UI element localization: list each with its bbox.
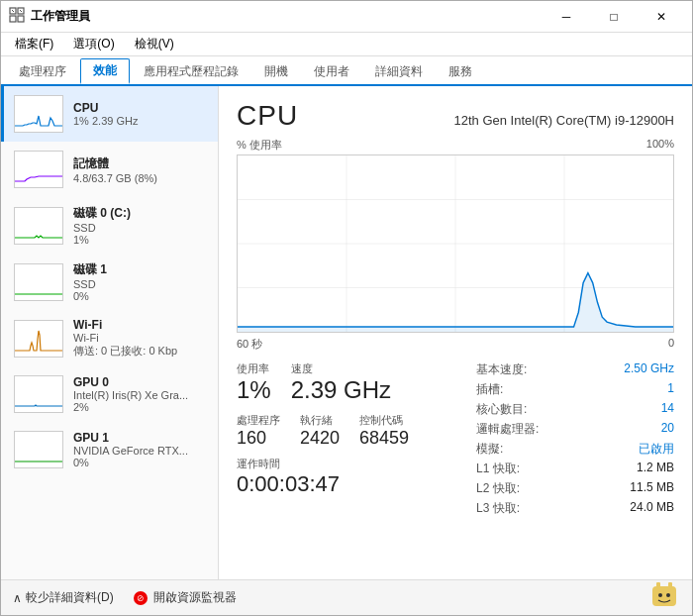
l2-label: L2 快取:	[476, 480, 520, 497]
disk0-sidebar-name: 磁碟 0 (C:)	[73, 205, 208, 222]
open-monitor-link[interactable]: ⊘ 開啟資源監視器	[134, 589, 237, 606]
svg-point-15	[666, 593, 670, 597]
gpu0-thumbnail	[14, 375, 63, 413]
l2-value: 11.5 MB	[630, 480, 674, 497]
wifi-sidebar-sub2: 傳送: 0 已接收: 0 Kbp	[73, 344, 208, 359]
gpu0-sidebar-sub2: 2%	[73, 401, 208, 413]
chart-label-bottom: 60 秒 0	[237, 337, 674, 352]
left-stats: 使用率 1% 速度 2.39 GHz 處理程序 160	[237, 361, 476, 520]
gpu1-thumbnail	[14, 431, 63, 468]
disk1-sidebar-name: 磁碟 1	[73, 261, 208, 278]
chevron-up-icon: ∧	[13, 591, 22, 605]
sidebar: CPU 1% 2.39 GHz 記憶體 4.8/63.7 GB (8%)	[1, 86, 219, 579]
svg-point-14	[658, 593, 662, 597]
disk0-sidebar-info: 磁碟 0 (C:) SSD 1%	[73, 205, 208, 246]
tab-services[interactable]: 服務	[437, 58, 484, 84]
tab-app-history[interactable]: 應用程式歷程記錄	[132, 58, 250, 84]
tab-details[interactable]: 詳細資料	[363, 58, 435, 84]
svg-line-5	[20, 10, 22, 12]
right-stat-l2: L2 快取: 11.5 MB	[476, 480, 674, 497]
chart-zero-label: 0	[668, 337, 674, 352]
logical-label: 邏輯處理器:	[476, 421, 539, 438]
disk1-thumbnail	[14, 263, 63, 301]
right-stats-panel: 基本速度: 2.50 GHz 插槽: 1 核心數目: 14 邏輯處理器: 20	[476, 361, 674, 520]
sidebar-item-gpu0[interactable]: GPU 0 Intel(R) Iris(R) Xe Gra... 2%	[1, 366, 218, 422]
title-bar-left: 工作管理員	[9, 7, 90, 26]
detail-title: CPU	[237, 100, 298, 132]
cpu-sidebar-sub: 1% 2.39 GHz	[73, 115, 208, 127]
svg-rect-16	[656, 582, 660, 588]
slot-label: 插槽:	[476, 381, 503, 398]
app-icon	[9, 7, 25, 26]
threads-value: 2420	[300, 428, 340, 450]
sidebar-item-disk0[interactable]: 磁碟 0 (C:) SSD 1%	[1, 197, 218, 254]
disk0-sidebar-sub1: SSD	[73, 222, 208, 234]
l3-label: L3 快取:	[476, 500, 520, 517]
stats-container: 使用率 1% 速度 2.39 GHz 處理程序 160	[237, 361, 674, 520]
speed-label: 速度	[291, 361, 391, 376]
processes-label: 處理程序	[237, 413, 280, 428]
sidebar-item-disk1[interactable]: 磁碟 1 SSD 0%	[1, 254, 218, 310]
usage-value: 1%	[237, 376, 271, 405]
close-button[interactable]: ✕	[639, 6, 684, 28]
sidebar-item-wifi[interactable]: Wi-Fi Wi-Fi 傳送: 0 已接收: 0 Kbp	[1, 310, 218, 366]
gpu1-sidebar-info: GPU 1 NVIDIA GeForce RTX... 0%	[73, 431, 208, 468]
title-bar: 工作管理員 ─ □ ✕	[1, 1, 692, 33]
gpu1-sidebar-sub2: 0%	[73, 457, 208, 468]
gpu1-sidebar-name: GPU 1	[73, 431, 208, 445]
menu-options[interactable]: 選項(O)	[65, 34, 122, 54]
svg-rect-17	[668, 582, 672, 588]
disk1-sidebar-sub2: 0%	[73, 290, 208, 302]
disk1-sidebar-sub1: SSD	[73, 278, 208, 290]
chart-time-label: 60 秒	[237, 337, 262, 352]
stats-row3: 運作時間 0:00:03:47	[237, 457, 476, 497]
sidebar-item-memory[interactable]: 記憶體 4.8/63.7 GB (8%)	[1, 142, 218, 197]
tab-performance[interactable]: 效能	[80, 58, 130, 84]
memory-thumbnail	[14, 151, 63, 188]
virt-label: 模擬:	[476, 441, 503, 458]
handles-value: 68459	[359, 428, 409, 450]
stat-speed: 速度 2.39 GHz	[291, 361, 391, 405]
disk0-thumbnail	[14, 207, 63, 245]
wifi-thumbnail	[14, 320, 63, 358]
disk1-sidebar-info: 磁碟 1 SSD 0%	[73, 261, 208, 302]
minimize-button[interactable]: ─	[544, 6, 589, 28]
slot-value: 1	[667, 381, 674, 398]
right-stat-virt: 模擬: 已啟用	[476, 441, 674, 458]
logical-value: 20	[661, 421, 674, 438]
svg-rect-3	[18, 16, 24, 22]
cpu-chart	[237, 154, 674, 333]
menu-file[interactable]: 檔案(F)	[7, 34, 61, 54]
tab-users[interactable]: 使用者	[302, 58, 361, 84]
less-detail-link[interactable]: ∧ 較少詳細資料(D)	[13, 589, 114, 606]
window-title: 工作管理員	[31, 8, 90, 25]
usage-label: 使用率	[237, 361, 271, 376]
chart-label-top: % 使用率 100%	[237, 138, 674, 153]
cores-label: 核心數目:	[476, 401, 527, 418]
svg-line-4	[12, 10, 14, 12]
sidebar-item-gpu1[interactable]: GPU 1 NVIDIA GeForce RTX... 0%	[1, 422, 218, 477]
processes-value: 160	[237, 428, 280, 450]
tab-processes[interactable]: 處理程序	[7, 58, 78, 84]
speed-value: 2.39 GHz	[291, 376, 391, 405]
gpu0-sidebar-info: GPU 0 Intel(R) Iris(R) Xe Gra... 2%	[73, 375, 208, 413]
memory-sidebar-name: 記憶體	[73, 155, 208, 172]
menu-view[interactable]: 檢視(V)	[127, 34, 182, 54]
l1-value: 1.2 MB	[637, 461, 674, 477]
cores-value: 14	[661, 401, 674, 418]
l3-value: 24.0 MB	[630, 500, 674, 517]
maximize-button[interactable]: □	[591, 6, 637, 28]
sidebar-item-cpu[interactable]: CPU 1% 2.39 GHz	[1, 86, 218, 142]
tab-startup[interactable]: 開機	[252, 58, 300, 84]
gpu1-sidebar-sub1: NVIDIA GeForce RTX...	[73, 445, 208, 457]
right-stat-cores: 核心數目: 14	[476, 401, 674, 418]
handles-label: 控制代碼	[359, 413, 409, 428]
memory-sidebar-info: 記憶體 4.8/63.7 GB (8%)	[73, 155, 208, 184]
chart-usage-label: % 使用率	[237, 138, 282, 153]
wifi-sidebar-name: Wi-Fi	[73, 318, 208, 332]
base-speed-value: 2.50 GHz	[624, 361, 674, 378]
open-monitor-label: 開啟資源監視器	[153, 589, 237, 606]
stat-processes: 處理程序 160	[237, 413, 280, 450]
corner-mascot	[648, 582, 680, 613]
svg-rect-13	[652, 586, 676, 606]
